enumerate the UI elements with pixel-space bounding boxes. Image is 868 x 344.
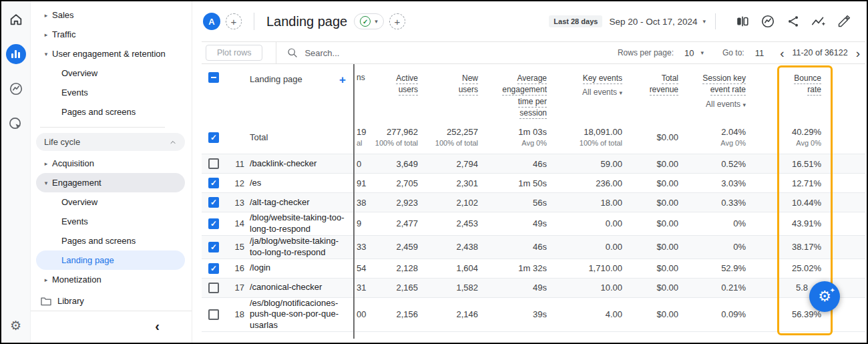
sparkle-icon: ✦ (830, 287, 835, 294)
header-actions: Last 28 days Sep 20 - Oct 17, 2024 ▾ (549, 13, 852, 29)
total-row-checkbox[interactable] (208, 132, 219, 143)
expand-arrow-icon: ▸ (40, 12, 52, 19)
col-avg-engagement-time[interactable]: Average engagement time per session (478, 64, 547, 120)
sidebar-section-life-cycle[interactable]: Life cycle (36, 133, 185, 151)
avatar[interactable]: A (203, 13, 220, 30)
table-row[interactable]: 16 /login 54 2,128 1,604 1m 32s 1,710.00… (202, 259, 865, 278)
sidebar-item-engagement[interactable]: ▾ Engagement (36, 173, 185, 192)
landing-page-cell: /es/blog/notificaciones-push-que-son-por… (250, 298, 353, 332)
page-title: Landing page (266, 14, 347, 29)
report-header: A + Landing page ✓ ▾ + Last 28 days Sep … (192, 1, 867, 41)
dimension-header[interactable]: Landing page (250, 74, 302, 85)
total-revenue: $0.00 (622, 132, 678, 144)
row-checkbox[interactable] (208, 283, 219, 293)
sidebar-item-pages-screens[interactable]: Pages and screens (31, 102, 192, 122)
rows-per-page-select[interactable]: 10 (684, 48, 694, 58)
landing-page-cell: /canonical-checker (250, 282, 353, 293)
sidebar-item-acquisition[interactable]: ▸ Acquisition (31, 154, 192, 173)
admin-gear-icon[interactable]: ⚙ (1, 318, 30, 333)
sidebar-item-overview[interactable]: Overview (31, 63, 192, 83)
table-row[interactable]: 11 /backlink-checker 0 3,649 2,794 46s 5… (202, 154, 865, 173)
table-row[interactable]: 14 /blog/website-taking-too-long-to-resp… (202, 212, 865, 235)
sidebar-item-monetization[interactable]: ▸ Monetization (31, 270, 192, 289)
total-key-events: 18,091.00100% of total (547, 126, 622, 150)
landing-page-cell: /login (250, 263, 353, 274)
col-key-events[interactable]: Key events All events ▾ (547, 64, 622, 99)
date-range-picker[interactable]: Sep 20 - Oct 17, 2024 (609, 17, 697, 27)
total-new-users: 252,257100% of total (418, 126, 478, 150)
next-page-icon[interactable]: › (856, 47, 860, 59)
add-comparison-button[interactable]: + (226, 13, 242, 29)
chevron-up-icon (169, 138, 177, 146)
key-events-filter-dropdown[interactable]: All events ▾ (547, 87, 622, 98)
row-checkbox[interactable] (208, 263, 219, 274)
edit-report-icon[interactable] (836, 13, 852, 29)
sidebar-item-landing-page-selected[interactable]: Landing page (36, 250, 185, 270)
table-row[interactable]: 17 /canonical-checker 31 2,165 1,582 49s… (202, 278, 865, 297)
sidebar-item-overview-engagement[interactable]: Overview (31, 192, 192, 212)
sidebar-item-pages-screens-engagement[interactable]: Pages and screens (31, 231, 192, 250)
table-toolbar: Plot rows Rows per page: 10 ▾ Go to: 11 … (202, 41, 865, 64)
rows-per-page-label: Rows per page: (618, 48, 674, 57)
col-active-users[interactable]: Active users (371, 64, 418, 96)
col-session-key-event-rate[interactable]: Session key event rate All events ▾ (678, 64, 746, 110)
col-bounce-rate[interactable]: Bounce rate (746, 64, 821, 96)
row-checkbox[interactable] (208, 178, 219, 188)
chevron-down-icon: ▾ (742, 102, 746, 108)
sidebar-item-traffic[interactable]: ▸ Traffic (31, 25, 192, 44)
total-bounce-rate: 40.29%Avg 0% (746, 126, 821, 150)
session-rate-filter-dropdown[interactable]: All events ▾ (678, 99, 746, 110)
row-checkbox[interactable] (208, 158, 219, 169)
search-input[interactable] (304, 48, 478, 58)
goto-input[interactable]: 11 (755, 48, 765, 58)
sidebar-item-label: Pages and screens (61, 107, 136, 117)
sidebar-item-label: Traffic (52, 29, 75, 39)
expand-arrow-icon: ▸ (40, 31, 52, 38)
sidebar-item-label: Events (61, 216, 88, 226)
add-report-tab-button[interactable]: + (389, 13, 405, 29)
sidebar-item-events[interactable]: Events (31, 83, 192, 102)
table-row[interactable]: 15 /ja/blog/website-taking-too-long-to-r… (202, 235, 865, 259)
report-main: A + Landing page ✓ ▾ + Last 28 days Sep … (192, 1, 867, 343)
sidebar-item-user-engagement[interactable]: ▾ User engagement & retention (31, 44, 192, 63)
row-checkbox[interactable] (208, 309, 219, 320)
total-session-rate: 2.04%Avg 0% (678, 126, 746, 150)
assistant-fab-button[interactable]: ⚙ ✦ (809, 281, 840, 312)
select-all-checkbox[interactable] (208, 72, 219, 83)
section-label: Life cycle (44, 137, 169, 147)
compare-icon[interactable] (734, 13, 750, 29)
app-icon-rail: ⚙ (1, 1, 31, 343)
prev-page-icon[interactable]: ‹ (780, 47, 784, 59)
sidebar-item-library[interactable]: Library (31, 291, 192, 311)
explore-icon[interactable] (6, 79, 26, 99)
sidebar-item-sales[interactable]: ▸ Sales (31, 5, 192, 25)
advertising-icon[interactable] (6, 114, 26, 134)
chevron-down-icon[interactable]: ▾ (700, 49, 704, 56)
reports-icon[interactable] (6, 44, 26, 64)
explore-report-icon[interactable] (760, 13, 776, 29)
pagination-range: 11-20 of 36122 (792, 48, 847, 57)
row-checkbox[interactable] (208, 218, 219, 229)
col-total-revenue[interactable]: Total revenue (622, 64, 678, 96)
goto-label: Go to: (722, 48, 744, 57)
table-row[interactable]: 12 /es 91 2,705 2,301 1m 50s 236.00 $0.0… (202, 173, 865, 192)
col-new-users[interactable]: New users (418, 64, 478, 96)
insights-icon[interactable] (811, 13, 827, 29)
table-row[interactable]: 18 /es/blog/notificaciones-push-que-son-… (202, 297, 865, 332)
home-icon[interactable] (6, 9, 26, 29)
collapse-sidebar-icon[interactable]: ‹ (155, 319, 160, 333)
sidebar-item-events-engagement[interactable]: Events (31, 212, 192, 231)
sidebar-item-label: Monetization (52, 275, 101, 285)
row-checkbox[interactable] (208, 242, 219, 252)
report-status-dropdown[interactable]: ✓ ▾ (354, 13, 384, 29)
chevron-down-icon: ▾ (702, 18, 706, 25)
row-checkbox[interactable] (208, 197, 219, 208)
table-row[interactable]: 13 /alt-tag-checker 38 2,923 2,102 56s 1… (202, 192, 865, 212)
add-column-icon[interactable]: + (339, 74, 346, 85)
landing-page-cell: /ja/blog/website-taking-too-long-to-resp… (250, 236, 353, 259)
sidebar-item-label: Library (57, 296, 84, 306)
total-label: Total (250, 132, 353, 144)
header-divider (254, 13, 254, 30)
plot-rows-button[interactable]: Plot rows (206, 45, 262, 61)
share-icon[interactable] (785, 13, 801, 29)
